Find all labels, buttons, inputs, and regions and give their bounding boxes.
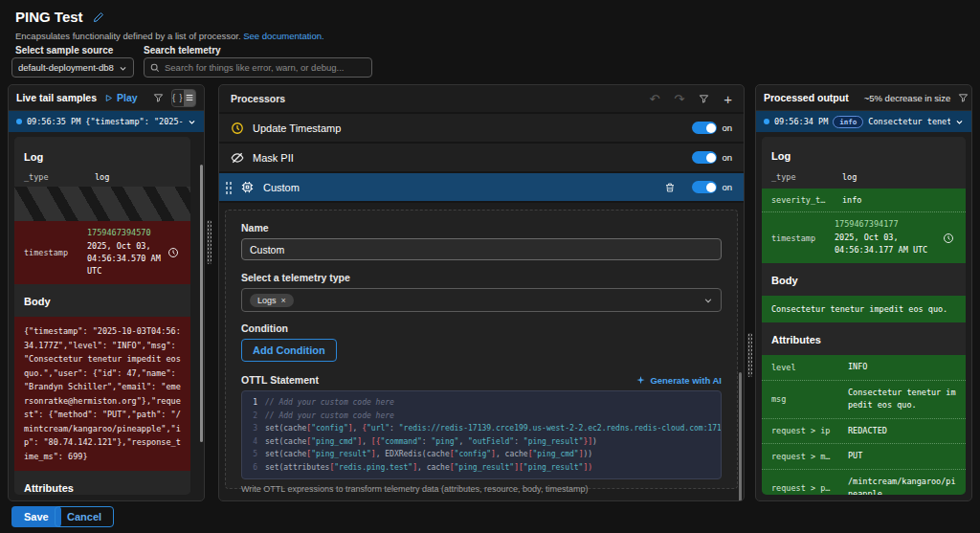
search-input[interactable] (165, 62, 366, 73)
processor-toggle[interactable] (692, 122, 717, 134)
page-header: PING Test (15, 9, 104, 25)
processor-toggle[interactable] (692, 151, 717, 164)
timestamp-epoch: 1759467394177 (835, 219, 939, 229)
size-change-note: ~5% decrease in size (864, 93, 951, 103)
edit-title-icon[interactable] (93, 11, 104, 23)
chevron-down-icon (188, 118, 196, 126)
middle-scrollbar[interactable] (739, 372, 742, 501)
panel-resize-handle[interactable] (747, 333, 752, 377)
cancel-button[interactable]: Cancel (55, 506, 114, 527)
play-icon (104, 94, 113, 102)
telemetry-type-select[interactable]: Logs × (241, 288, 722, 312)
sample-preview: {"timestamp": "2025-10-03… (85, 117, 183, 126)
drag-handle-icon[interactable] (225, 181, 232, 194)
filter-icon[interactable] (153, 93, 164, 103)
severity-row: severity_t… info (762, 189, 966, 212)
sample-source-label: Select sample source (15, 45, 113, 56)
undo-icon[interactable]: ↶ (649, 93, 659, 105)
type-row: _typelog (762, 167, 966, 187)
timestamp-date: 2025, Oct 03, 04:56:34.177 AM UTC (835, 232, 939, 256)
body-json: {"timestamp": "2025-10-03T04:56:34.177Z"… (14, 317, 190, 471)
log-section-header: Log (14, 137, 190, 167)
attributes-section-header: Attributes (762, 324, 966, 355)
output-sample-preview: Consectetur tenetur imp… (868, 117, 950, 126)
sample-source-value: default-deployment-db8 (18, 62, 115, 73)
output-sample-time: 09:56:34 PM (774, 117, 828, 126)
timestamp-row: timestamp 1759467394177 2025, Oct 03, 04… (762, 212, 966, 263)
attribute-row: request > ipREDACTED (762, 419, 966, 445)
processor-row-update-timestamp[interactable]: Update Timestamp on (219, 114, 744, 144)
telemetry-search (144, 57, 372, 78)
attribute-row: levelINFO (762, 355, 966, 381)
code-line: 6set(attributes["redis.ping.test"], cach… (242, 461, 721, 475)
attribute-row: msgConsectetur tenetur impedit eos quo. (762, 381, 966, 419)
timestamp-row: timestamp 1759467394570 2025, Oct 03, 04… (14, 221, 190, 284)
telemetry-type-label: Select a telemetry type (241, 272, 722, 283)
timestamp-date: 2025, Oct 03, 04:56:34.570 AM UTC (87, 240, 164, 278)
clock-icon (231, 122, 244, 135)
sample-time: 09:56:35 PM (27, 117, 80, 126)
json-view-button[interactable]: { } (172, 90, 184, 106)
table-view-button[interactable] (184, 90, 195, 106)
sample-source-select[interactable]: default-deployment-db8 (11, 57, 134, 78)
list-icon (185, 93, 194, 102)
clock-icon[interactable] (167, 247, 179, 258)
output-sample-row[interactable]: 09:56:34 PM info Consectetur tenetur imp… (756, 111, 971, 132)
severity-badge: info (833, 116, 863, 128)
chevron-down-icon (955, 118, 964, 126)
processed-output-panel: Processed output ~5% decrease in size 09… (755, 84, 972, 501)
chevron-down-icon (703, 296, 713, 305)
type-row: _typelog (14, 167, 190, 187)
clock-icon[interactable] (943, 233, 954, 244)
output-body-value: Consectetur tenetur impedit eos quo. (762, 296, 966, 322)
page-title: PING Test (15, 9, 83, 25)
left-scrollbar[interactable] (200, 165, 203, 442)
redo-icon[interactable]: ↷ (674, 93, 684, 105)
body-section-header: Body (762, 265, 966, 296)
attribute-row: request > p…/mintcream/kangaroo/pineappl… (762, 470, 966, 496)
ottl-code-editor[interactable]: 1// Add your custom code here2// Add you… (241, 390, 722, 479)
sample-dot-icon (16, 119, 22, 124)
trash-icon[interactable] (664, 182, 676, 193)
save-button[interactable]: Save (11, 506, 61, 527)
add-processor-icon[interactable]: + (724, 92, 732, 106)
log-section-header: Log (762, 137, 966, 167)
processor-toggle[interactable] (692, 181, 717, 193)
name-input[interactable] (241, 238, 722, 260)
input-log-card: Log _typelog timestamp 1759467394570 202… (14, 137, 190, 495)
add-condition-button[interactable]: Add Condition (241, 339, 337, 362)
code-line: 3set(cache["config"], {"url": "redis://r… (242, 422, 721, 435)
chevron-down-icon (119, 59, 127, 77)
processor-row-custom[interactable]: Custom on (219, 173, 744, 203)
attributes-section-header: Attributes (14, 473, 190, 495)
filter-icon[interactable] (958, 93, 969, 103)
braces-icon: { } (172, 93, 183, 102)
code-line: 2// Add your custom code here (242, 410, 721, 423)
output-log-card: Log _typelog severity_t… info timestamp … (762, 137, 966, 495)
processor-icon (240, 180, 255, 194)
documentation-link[interactable]: See documentation. (243, 31, 324, 41)
live-sample-row[interactable]: 09:56:35 PM {"timestamp": "2025-10-03… (9, 111, 204, 132)
generate-with-ai-button[interactable]: Generate with AI (635, 375, 722, 386)
live-tail-panel: Live tail samples Play { } 09:56:35 PM {… (8, 84, 205, 501)
search-icon (150, 59, 160, 77)
processor-row-mask-pii[interactable]: Mask PII on (219, 144, 744, 173)
live-tail-title: Live tail samples (16, 92, 97, 103)
play-button[interactable]: Play (104, 92, 138, 103)
ottl-helper-text: Write OTTL expressions to transform tele… (241, 484, 722, 494)
timestamp-epoch: 1759467394570 (87, 228, 164, 237)
telemetry-chip: Logs × (250, 294, 294, 307)
code-line: 4set(cache["ping_cmd"], [{"command": "pi… (242, 435, 721, 449)
filter-icon[interactable] (699, 94, 709, 104)
custom-processor-form: Name Select a telemetry type Logs × Cond… (225, 210, 738, 489)
code-line: 1// Add your custom code here (242, 396, 721, 410)
eye-off-icon (231, 151, 244, 165)
code-line: 5set(cache["ping_result"], EDXRedis(cach… (242, 448, 721, 461)
chip-close-icon[interactable]: × (281, 296, 286, 305)
search-telemetry-label: Search telemetry (144, 45, 221, 56)
sample-dot-icon (764, 119, 769, 124)
name-label: Name (241, 222, 722, 233)
panel-resize-handle[interactable] (207, 220, 212, 264)
attribute-row: request > m…PUT (762, 444, 966, 470)
view-toggle: { } (171, 89, 196, 107)
